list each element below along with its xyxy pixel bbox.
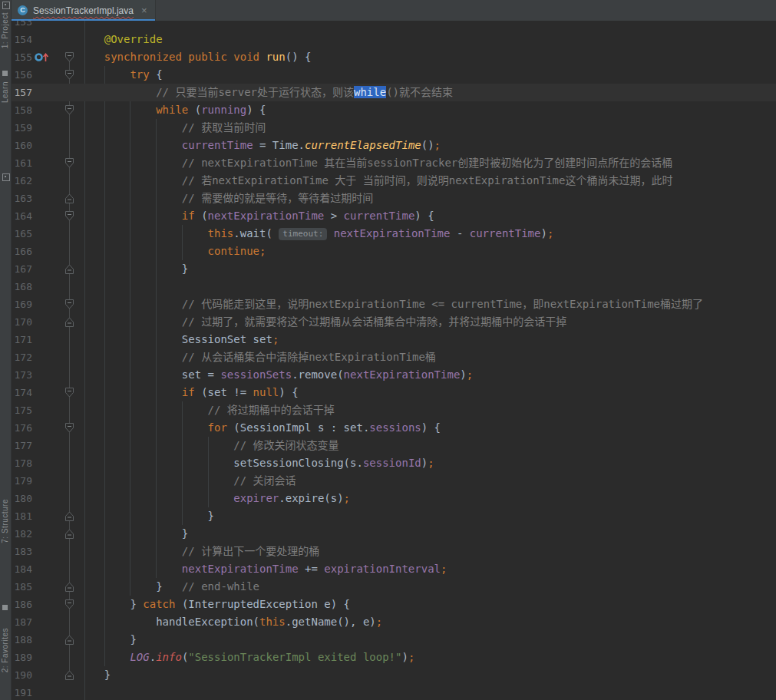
code-line[interactable]: 190 }: [11, 666, 776, 684]
close-tab-icon[interactable]: ×: [141, 5, 147, 15]
fold-up-icon[interactable]: [64, 669, 74, 681]
overriding-method-gutter-icon[interactable]: [34, 51, 51, 63]
code-line[interactable]: 167 }: [11, 260, 776, 278]
fold-up-icon[interactable]: [64, 510, 74, 522]
tool-button-learn[interactable]: Learn: [1, 81, 9, 103]
line-number: 158: [12, 101, 32, 119]
line-number: 165: [12, 225, 32, 243]
code-line[interactable]: 176 for (SessionImpl s : set.sessions) {: [11, 419, 776, 437]
token-com: // 过期了，就需要将这个过期桶从会话桶集合中清除，并将过期桶中的会话干掉: [182, 315, 566, 328]
code-text: }: [78, 525, 776, 543]
token-pln: -: [450, 227, 469, 239]
fold-down-icon[interactable]: [64, 157, 74, 169]
fold-down-icon[interactable]: [64, 69, 74, 81]
line-number: 180: [12, 490, 32, 507]
token-kw: ;: [408, 651, 414, 663]
code-line[interactable]: 156 try {: [11, 66, 776, 84]
token-pln: setSessionClosing(s.: [233, 457, 363, 469]
tool-button-structure[interactable]: 7: Structure: [1, 499, 9, 543]
code-line[interactable]: 178 setSessionClosing(s.sessionId);: [11, 454, 776, 472]
code-line[interactable]: 161 // nextExpirationTime 其在当前sessionTra…: [11, 154, 776, 172]
code-line[interactable]: 189 LOG.info("SessionTrackerImpl exited …: [11, 649, 776, 666]
token-fld: nextExpirationTime: [182, 563, 299, 575]
fold-down-icon[interactable]: [64, 387, 74, 398]
code-line[interactable]: 171 SessionSet set;: [11, 331, 776, 348]
code-line[interactable]: 162 // 若nextExpirationTime 大于 当前时间，则说明ne…: [11, 172, 776, 190]
token-pln: () {: [286, 51, 312, 63]
token-kw: ;: [376, 616, 382, 628]
code-text: // 过期了，就需要将这个过期桶从会话桶集合中清除，并将过期桶中的会话干掉: [78, 313, 776, 331]
tab-title: SessionTrackerImpl.java: [33, 5, 134, 16]
code-line[interactable]: 175 // 将过期桶中的会话干掉: [11, 401, 776, 419]
fold-up-icon[interactable]: [64, 634, 74, 646]
token-kw: if: [182, 210, 195, 222]
token-fld: currentTime: [344, 210, 415, 222]
fold-down-icon[interactable]: [64, 104, 74, 116]
code-line[interactable]: 168: [11, 278, 776, 296]
fold-up-icon[interactable]: [64, 263, 74, 275]
code-line[interactable]: 164 if (nextExpirationTime > currentTime…: [11, 207, 776, 225]
fold-up-icon[interactable]: [64, 316, 74, 328]
line-number: 177: [12, 437, 32, 454]
code-line[interactable]: 155 synchronized public void run() {: [11, 48, 776, 66]
code-line[interactable]: 153: [11, 21, 776, 31]
code-line[interactable]: 187 handleException(this.getName(), e);: [11, 613, 776, 631]
code-line[interactable]: 180 expirer.expire(s);: [11, 490, 776, 507]
code-line[interactable]: 170 // 过期了，就需要将这个过期桶从会话桶集合中清除，并将过期桶中的会话干…: [11, 313, 776, 331]
fold-down-icon[interactable]: [64, 422, 74, 434]
code-line[interactable]: 154 @Override: [11, 31, 776, 48]
code-line[interactable]: 169 // 代码能走到这里，说明nextExpirationTime <= c…: [11, 296, 776, 313]
token-pln: {: [150, 68, 163, 81]
fold-down-icon[interactable]: [64, 210, 74, 222]
code-line[interactable]: 186 } catch (InterruptedException e) {: [11, 596, 776, 613]
code-text: while (running) {: [78, 101, 776, 119]
fold-down-icon[interactable]: [64, 599, 74, 610]
token-kw: ;: [441, 563, 447, 575]
code-line[interactable]: 185 } // end-while: [11, 578, 776, 596]
code-editor[interactable]: 153154 @Override155 synchronized public …: [11, 21, 776, 700]
fold-up-icon[interactable]: [64, 528, 74, 540]
code-line[interactable]: 181 }: [11, 507, 776, 525]
line-number: 190: [12, 666, 32, 684]
tab-sessiontrackerimpl-java[interactable]: C SessionTrackerImpl.java ×: [11, 0, 156, 21]
code-line[interactable]: 173 set = sessionSets.remove(nextExpirat…: [11, 366, 776, 384]
tool-button-project[interactable]: 1: Project: [1, 12, 9, 48]
token-kw: if: [182, 386, 195, 398]
code-line[interactable]: 157 // 只要当前server处于运行状态，则该while()就不会结束: [11, 84, 776, 101]
project-tool-icon[interactable]: [2, 2, 10, 9]
fold-down-icon[interactable]: [64, 51, 74, 63]
code-line[interactable]: 159 // 获取当前时间: [11, 119, 776, 137]
code-line[interactable]: 160 currentTime = Time.currentElapsedTim…: [11, 137, 776, 154]
token-sfld: LOG: [130, 651, 149, 663]
ide-window: 1: Project Learn 7: Structure 2: Favorit…: [0, 0, 776, 700]
code-line[interactable]: 165 this.wait( timeout: nextExpirationTi…: [11, 225, 776, 243]
code-line[interactable]: 163 // 需要做的就是等待，等待着过期时间: [11, 190, 776, 207]
token-pln: SessionSet set: [182, 333, 272, 345]
token-pln: }: [182, 262, 188, 275]
code-line[interactable]: 182 }: [11, 525, 776, 543]
code-text: handleException(this.getName(), e);: [78, 613, 776, 631]
token-fld: expirationInterval: [324, 563, 441, 575]
code-line[interactable]: 183 // 计算出下一个要处理的桶: [11, 543, 776, 560]
token-pln: .expire(s): [279, 492, 343, 504]
code-line[interactable]: 172 // 从会话桶集合中清除掉nextExpirationTime桶: [11, 348, 776, 366]
token-pln: (): [421, 139, 434, 151]
fold-up-icon[interactable]: [64, 581, 74, 593]
code-line[interactable]: 158 while (running) {: [11, 101, 776, 119]
code-line[interactable]: 166 continue;: [11, 243, 776, 260]
code-text: SessionSet set;: [78, 331, 776, 348]
line-number: 185: [12, 578, 32, 596]
line-number: 188: [12, 631, 32, 649]
fold-up-icon[interactable]: [64, 193, 74, 204]
drag-handle-icon[interactable]: [2, 173, 10, 181]
code-text: [78, 278, 776, 296]
fold-down-icon[interactable]: [64, 299, 74, 310]
code-line[interactable]: 188 }: [11, 631, 776, 649]
code-line[interactable]: 179 // 关闭会话: [11, 472, 776, 490]
code-line[interactable]: 177 // 修改关闭状态变量: [11, 437, 776, 454]
code-line[interactable]: 174 if (set != null) {: [11, 384, 776, 401]
code-text: LOG.info("SessionTrackerImpl exited loop…: [78, 649, 776, 666]
code-line[interactable]: 191: [11, 684, 776, 700]
tool-button-favorites[interactable]: 2: Favorites: [1, 628, 9, 672]
code-line[interactable]: 184 nextExpirationTime += expirationInte…: [11, 560, 776, 578]
